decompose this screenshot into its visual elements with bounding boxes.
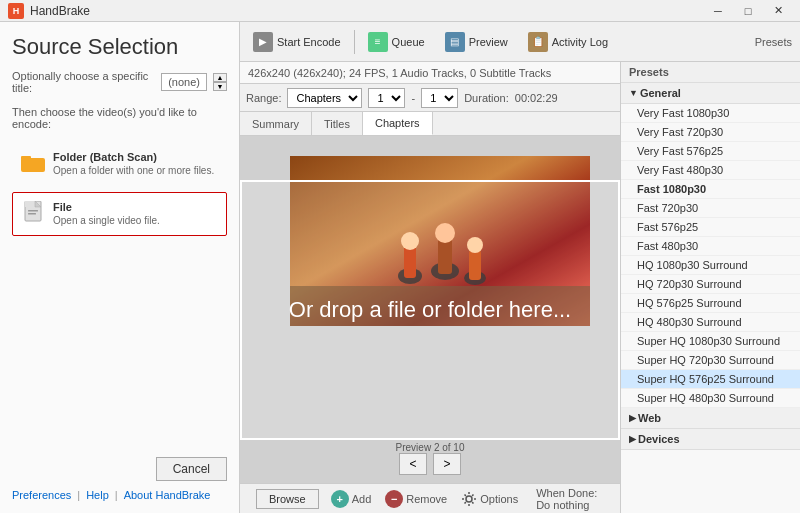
add-icon: + — [331, 490, 349, 508]
preset-superhq-1080p30-surround[interactable]: Super HQ 1080p30 Surround — [621, 332, 800, 351]
content-area: Or drop a file or folder here... Preview… — [240, 136, 620, 483]
title-selector-row: Optionally choose a specific title: (non… — [12, 70, 227, 94]
maximize-button[interactable]: □ — [734, 1, 762, 21]
close-button[interactable]: ✕ — [764, 1, 792, 21]
tab-chapters[interactable]: Chapters — [363, 112, 433, 135]
range-to-label: - — [411, 92, 415, 104]
cancel-button[interactable]: Cancel — [156, 457, 227, 481]
window-title: HandBrake — [30, 4, 704, 18]
preset-fast-1080p30[interactable]: Fast 1080p30 — [621, 180, 800, 199]
file-option-text: File Open a single video file. — [53, 201, 160, 227]
preset-very-fast-480p30[interactable]: Very Fast 480p30 — [621, 161, 800, 180]
svg-point-13 — [435, 223, 455, 243]
preset-superhq-480p30-surround[interactable]: Super HQ 480p30 Surround — [621, 389, 800, 408]
title-spin-down[interactable]: ▼ — [213, 82, 227, 91]
preferences-link[interactable]: Preferences — [12, 489, 71, 501]
preset-group-general[interactable]: ▼ General — [621, 83, 800, 104]
presets-label: Presets — [755, 36, 796, 48]
svg-rect-0 — [21, 158, 45, 172]
preview-image — [290, 156, 590, 326]
start-encode-button[interactable]: ▶ Start Encode — [244, 26, 350, 58]
info-bar: 426x240 (426x240); 24 FPS, 1 Audio Track… — [240, 62, 620, 84]
preview-icon: ▤ — [445, 32, 465, 52]
tab-summary[interactable]: Summary — [240, 112, 312, 135]
devices-chevron: ▶ — [629, 434, 636, 444]
preview-container — [290, 156, 590, 326]
range-select[interactable]: Chapters — [287, 88, 362, 108]
preset-hq-720p30-surround[interactable]: HQ 720p30 Surround — [621, 275, 800, 294]
preset-very-fast-576p25[interactable]: Very Fast 576p25 — [621, 142, 800, 161]
main-layout: Source Selection Optionally choose a spe… — [0, 22, 800, 513]
queue-icon: ≡ — [368, 32, 388, 52]
preset-hq-1080p30-surround[interactable]: HQ 1080p30 Surround — [621, 256, 800, 275]
preset-fast-576p25[interactable]: Fast 576p25 — [621, 218, 800, 237]
browse-button[interactable]: Browse — [256, 489, 319, 509]
preview-button[interactable]: ▤ Preview — [436, 26, 517, 58]
range-from[interactable]: 1 — [368, 88, 405, 108]
help-link[interactable]: Help — [86, 489, 109, 501]
tab-strip: Summary Titles Chapters — [240, 112, 620, 136]
controls-bar: Range: Chapters 1 - 1 Duration: 00:02:29 — [240, 84, 620, 112]
add-button[interactable]: + Add — [327, 488, 376, 510]
svg-rect-12 — [438, 238, 452, 274]
duration-label: Duration: — [464, 92, 509, 104]
preset-fast-720p30[interactable]: Fast 720p30 — [621, 199, 800, 218]
queue-button[interactable]: ≡ Queue — [359, 26, 434, 58]
svg-rect-7 — [290, 286, 590, 326]
bottom-bar: Browse + Add − Remove — [240, 483, 620, 513]
svg-rect-4 — [28, 210, 38, 212]
svg-rect-15 — [469, 250, 481, 280]
toolbar-sep-1 — [354, 30, 355, 54]
preset-fast-480p30[interactable]: Fast 480p30 — [621, 237, 800, 256]
choose-label: Then choose the video(s) you'd like to e… — [12, 106, 227, 130]
about-link[interactable]: About HandBrake — [124, 489, 211, 501]
range-label: Range: — [246, 92, 281, 104]
preview-label: Preview 2 of 10 — [396, 442, 465, 453]
duration-value: 00:02:29 — [515, 92, 558, 104]
preferences-bar: Preferences | Help | About HandBrake — [12, 489, 227, 501]
title-spinner[interactable]: ▲ ▼ — [213, 73, 227, 91]
file-icon — [21, 201, 45, 225]
svg-rect-3 — [25, 201, 35, 207]
range-to[interactable]: 1 — [421, 88, 458, 108]
activity-log-button[interactable]: 📋 Activity Log — [519, 26, 617, 58]
options-button[interactable]: Options — [457, 489, 522, 509]
folder-option[interactable]: Folder (Batch Scan) Open a folder with o… — [12, 142, 227, 186]
preset-hq-576p25-surround[interactable]: HQ 576p25 Surround — [621, 294, 800, 313]
tab-titles[interactable]: Titles — [312, 112, 363, 135]
folder-option-text: Folder (Batch Scan) Open a folder with o… — [53, 151, 214, 177]
preview-nav: Preview 2 of 10 — [396, 442, 465, 453]
when-done-label: When Done: Do nothing — [536, 487, 612, 511]
preset-hq-480p30-surround[interactable]: HQ 480p30 Surround — [621, 313, 800, 332]
title-selector-label: Optionally choose a specific title: — [12, 70, 155, 94]
minimize-button[interactable]: ─ — [704, 1, 732, 21]
toolbar: ▶ Start Encode ≡ Queue ▤ Preview 📋 Activ… — [240, 22, 800, 62]
svg-rect-5 — [28, 213, 36, 215]
svg-rect-1 — [21, 156, 31, 160]
title-value: (none) — [161, 73, 207, 91]
gear-icon — [461, 491, 477, 507]
preset-group-devices[interactable]: ▶ Devices — [621, 429, 800, 450]
general-chevron: ▼ — [629, 88, 638, 98]
title-spin-up[interactable]: ▲ — [213, 73, 227, 82]
source-panel-title: Source Selection — [12, 34, 227, 60]
right-area: ▶ Start Encode ≡ Queue ▤ Preview 📋 Activ… — [240, 22, 800, 513]
preview-next-button[interactable]: > — [433, 453, 461, 475]
presets-panel: Presets ▼ General Very Fast 1080p30 Very… — [620, 62, 800, 513]
source-panel: Source Selection Optionally choose a spe… — [0, 22, 240, 513]
presets-header: Presets — [621, 62, 800, 83]
preview-prev-button[interactable]: < — [399, 453, 427, 475]
remove-button[interactable]: − Remove — [381, 488, 451, 510]
title-bar: H HandBrake ─ □ ✕ — [0, 0, 800, 22]
preset-very-fast-1080p30[interactable]: Very Fast 1080p30 — [621, 104, 800, 123]
preset-group-web[interactable]: ▶ Web — [621, 408, 800, 429]
window-controls: ─ □ ✕ — [704, 1, 792, 21]
sep1: | — [77, 489, 80, 501]
file-option[interactable]: File Open a single video file. — [12, 192, 227, 236]
web-chevron: ▶ — [629, 413, 636, 423]
preset-superhq-576p25-surround[interactable]: Super HQ 576p25 Surround — [621, 370, 800, 389]
preset-superhq-720p30-surround[interactable]: Super HQ 720p30 Surround — [621, 351, 800, 370]
activity-log-icon: 📋 — [528, 32, 548, 52]
preset-very-fast-720p30[interactable]: Very Fast 720p30 — [621, 123, 800, 142]
svg-point-10 — [401, 232, 419, 250]
